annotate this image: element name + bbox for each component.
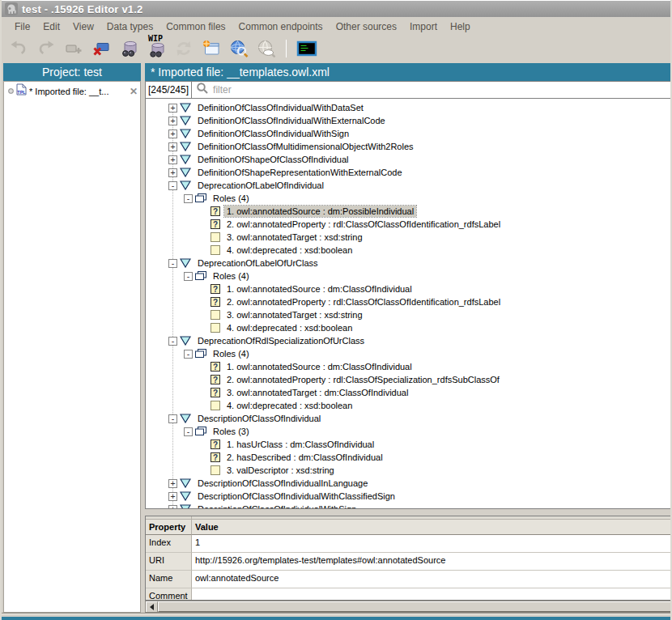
tree-item[interactable]: +DescriptionOfClassOfIndividualInLanguag…: [146, 477, 671, 490]
tree-item[interactable]: +DefinitionOfShapeOfClassOfIndividual: [146, 153, 671, 166]
tree-item[interactable]: +DefinitionOfClassOfIndividualWithDataSe…: [146, 101, 671, 114]
template-icon: [180, 129, 191, 138]
collapse-icon[interactable]: -: [184, 272, 193, 281]
scrollbar-thumb[interactable]: [158, 601, 671, 612]
tree-item[interactable]: 3. valDescriptor : xsd:string: [146, 464, 671, 477]
menu-item-view[interactable]: View: [66, 19, 100, 35]
role-literal-icon: [211, 245, 220, 255]
expand-icon[interactable]: +: [168, 117, 177, 125]
collapse-icon[interactable]: -: [184, 350, 193, 359]
expand-icon[interactable]: +: [168, 104, 177, 113]
menu-item-edit[interactable]: Edit: [36, 19, 66, 35]
scroll-left-button[interactable]: [146, 601, 158, 612]
horizontal-scrollbar[interactable]: [145, 601, 672, 613]
menu-item-file[interactable]: File: [8, 19, 36, 35]
web-search-button[interactable]: [228, 38, 249, 58]
toolbar: WIP: [2, 36, 670, 61]
tree-item[interactable]: ?2. owl:annotatedProperty : rdl:ClassOfC…: [146, 218, 671, 231]
tree-item[interactable]: +DescriptionOfClassOfIndividualWithClass…: [146, 490, 671, 503]
tree-item[interactable]: +DefinitionOfClassOfMultidimensionalObje…: [146, 140, 671, 153]
tree-item-label: 3. owl:annotatedTarget : xsd:string: [224, 309, 365, 321]
search-wip-database-button[interactable]: WIP: [146, 38, 166, 58]
expand-icon[interactable]: +: [168, 142, 177, 151]
template-icon: [180, 491, 191, 501]
filter-input[interactable]: filter: [192, 82, 671, 98]
title-bar[interactable]: test - .15926 Editor v1.2: [2, 0, 670, 17]
menu-item-common-files[interactable]: Common files: [159, 19, 232, 35]
tree-item[interactable]: +DefinitionOfClassOfIndividualWithExtern…: [146, 114, 671, 127]
tree-item-label: 1. owl:annotatedSource : dm:ClassOfIndiv…: [224, 283, 415, 295]
delete-item-icon: [91, 39, 111, 58]
tree-item[interactable]: 3. owl:annotatedTarget : xsd:string: [146, 308, 671, 321]
delete-item-button[interactable]: [91, 38, 111, 58]
expand-icon[interactable]: +: [168, 155, 177, 164]
tree-item[interactable]: ?2. owl:annotatedProperty : rdl:ClassOfS…: [146, 373, 671, 386]
tree-item[interactable]: +DefinitionOfClassOfIndividualWithSign: [146, 127, 671, 140]
expand-icon[interactable]: +: [168, 492, 177, 501]
tree-item-label: 4. owl:deprecated : xsd:boolean: [224, 400, 355, 411]
property-name: Index: [146, 535, 192, 553]
toolbar-separator: [286, 40, 287, 57]
new-window-button[interactable]: [201, 38, 221, 58]
close-icon[interactable]: ✕: [130, 86, 138, 97]
collapse-icon[interactable]: -: [168, 414, 177, 423]
tree-item[interactable]: 4. owl:deprecated : xsd:boolean: [146, 244, 671, 257]
tree-item-label: 3. valDescriptor : xsd:string: [224, 465, 337, 476]
tree-item[interactable]: -Roles (3): [146, 425, 671, 438]
collapse-icon[interactable]: -: [184, 194, 193, 203]
collapse-icon[interactable]: -: [168, 337, 177, 346]
tree-item[interactable]: -DeprecationOfLabelOfIndividual: [146, 179, 671, 192]
property-name: Name: [146, 571, 192, 588]
tree-item[interactable]: -Roles (4): [146, 347, 671, 360]
tree-item[interactable]: -Roles (4): [146, 270, 671, 282]
tree-item-label: 2. owl:annotatedProperty : rdl:ClassOfSp…: [224, 374, 502, 385]
template-icon: [180, 155, 191, 164]
tree-item-label: 2. owl:annotatedProperty : rdl:ClassOfCl…: [224, 296, 503, 308]
tree-item-label: Roles (4): [211, 193, 252, 204]
sidebar-item-imported-file[interactable]: TPL * Imported file: __t... ✕: [4, 83, 140, 99]
tree-item[interactable]: +DescriptionOfClassOfIndividualWithSign: [146, 503, 671, 509]
collapse-icon[interactable]: -: [184, 427, 193, 436]
tree-item[interactable]: +DefinitionOfShapeRepresentationWithExte…: [146, 166, 671, 179]
menu-item-help[interactable]: Help: [444, 19, 477, 35]
tree-item-label: DescriptionOfClassOfIndividualWithClassi…: [195, 490, 398, 502]
tree-item[interactable]: 4. owl:deprecated : xsd:boolean: [146, 399, 671, 412]
search-database-button[interactable]: [118, 38, 138, 58]
property-row[interactable]: Index1: [146, 535, 671, 553]
tree-item-label: DescriptionOfClassOfIndividualWithSign: [195, 503, 359, 509]
menu-item-common-endpoints[interactable]: Common endpoints: [232, 19, 330, 35]
tree-item[interactable]: ?2. owl:annotatedProperty : rdl:ClassOfC…: [146, 295, 671, 308]
expand-icon[interactable]: +: [168, 168, 177, 177]
template-icon: [180, 478, 191, 488]
tree-item[interactable]: -Roles (4): [146, 192, 671, 205]
property-row[interactable]: Nameowl:annotatedSource: [146, 571, 671, 588]
tree-item[interactable]: ?1. owl:annotatedSource : dm:PossibleInd…: [146, 205, 671, 218]
tree-item[interactable]: ?3. owl:annotatedTarget : dm:ClassOfIndi…: [146, 386, 671, 399]
role-reference-icon: ?: [211, 375, 220, 384]
tree-item[interactable]: ?1. owl:annotatedSource : dm:ClassOfIndi…: [146, 360, 671, 373]
menu-item-other-sources[interactable]: Other sources: [330, 19, 403, 35]
collapse-icon[interactable]: -: [168, 259, 177, 268]
tree-item[interactable]: -DescriptionOfClassOfIndividual: [146, 412, 671, 425]
property-row[interactable]: URIhttp://15926.org/templates-test/templ…: [146, 553, 671, 571]
expand-icon[interactable]: +: [168, 479, 177, 488]
expand-icon[interactable]: +: [168, 130, 177, 138]
menu-item-import[interactable]: Import: [403, 19, 444, 35]
tree-item[interactable]: ?2. hasDescribed : dm:ClassOfIndividual: [146, 451, 671, 464]
refresh-icon: [174, 39, 194, 58]
menu-item-data-types[interactable]: Data types: [100, 19, 159, 35]
console-button[interactable]: [296, 38, 317, 58]
tree-item[interactable]: -DeprecationOfRdlSpecializationOfUrClass: [146, 334, 671, 347]
property-row[interactable]: Comment: [146, 588, 671, 601]
horizontal-splitter[interactable]: [145, 509, 672, 516]
tree-item[interactable]: ?1. owl:annotatedSource : dm:ClassOfIndi…: [146, 282, 671, 295]
collapse-icon[interactable]: -: [168, 181, 177, 190]
tree-item[interactable]: 4. owl:deprecated : xsd:boolean: [146, 321, 671, 334]
property-name: Comment: [146, 588, 192, 601]
window-title: test - .15926 Editor v1.2: [22, 3, 143, 15]
tree-item-label: 4. owl:deprecated : xsd:boolean: [224, 322, 355, 333]
tree-item[interactable]: ?1. hasUrClass : dm:ClassOfIndividual: [146, 438, 671, 451]
tree-item[interactable]: -DeprecationOfLabelOfUrClass: [146, 257, 671, 270]
tree-item[interactable]: 3. owl:annotatedTarget : xsd:string: [146, 231, 671, 244]
template-icon: [180, 103, 191, 113]
